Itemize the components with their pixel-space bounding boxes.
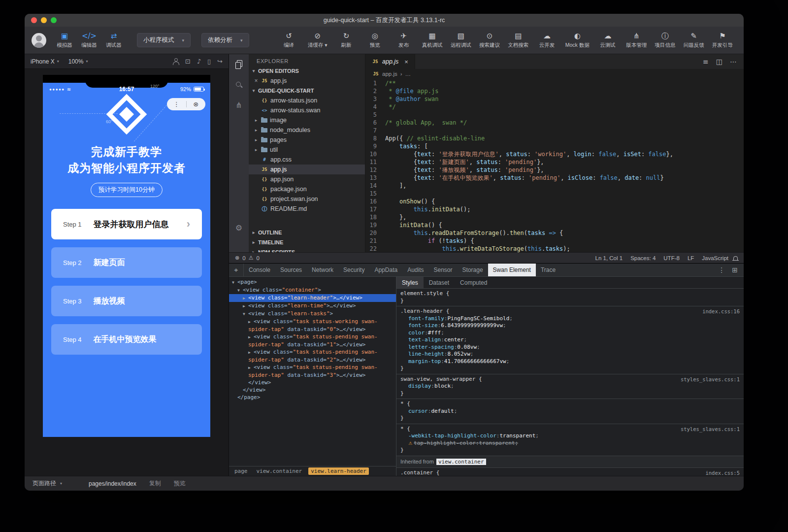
stylesheet-link[interactable]: index.css:16 <box>702 308 740 315</box>
devtools-tab-trace[interactable]: Trace <box>536 264 560 276</box>
css-property[interactable]: display:block; <box>400 383 740 390</box>
dom-node[interactable]: ▶<view class="task status-pending swan-s… <box>229 333 396 348</box>
close-icon[interactable]: × <box>254 77 259 84</box>
open-editors-header[interactable]: ▾ OPEN EDITORS <box>249 66 365 76</box>
device-select[interactable]: iPhone X <box>31 58 55 65</box>
expanded-arrow-icon[interactable]: ▼ <box>237 287 243 294</box>
dom-node[interactable]: ▼<view class="container"> <box>229 286 396 294</box>
cloud-test-button[interactable]: ☁云测试 <box>595 29 620 52</box>
explorer-item-app.json[interactable]: {}app.json <box>249 174 365 184</box>
status-item[interactable]: Spaces: 4 <box>630 255 656 261</box>
status-item[interactable]: UTF-8 <box>663 255 680 261</box>
style-rule[interactable]: .container {index.css:5display:flex;flex… <box>396 468 744 476</box>
css-property[interactable]: text-align:center; <box>400 336 740 344</box>
explorer-item-README.md[interactable]: ⓘREADME.md <box>249 204 365 214</box>
debugger-button[interactable]: ⇄调试器 <box>101 29 126 52</box>
tab-dataset[interactable]: Dataset <box>424 277 455 288</box>
explorer-section-npm-scripts[interactable]: ▸NPM SCRIPTS <box>249 247 365 252</box>
code-lines[interactable]: 1/**2 * @file app.js3 * @author swan4 */… <box>365 79 744 252</box>
dom-crumb[interactable]: page <box>232 467 250 475</box>
split-editor-icon[interactable]: ◫ <box>716 58 722 66</box>
css-property[interactable]: font-family:PingFangSC-Semibold; <box>400 315 740 323</box>
dev-guide-button[interactable]: ⚑开发引导 <box>710 29 735 52</box>
simulator-button[interactable]: ▣模拟器 <box>52 29 77 52</box>
dom-node[interactable]: ▶<view class="learn-time">…</view> <box>229 302 396 310</box>
explorer-item-app.js[interactable]: JSapp.js <box>249 165 365 174</box>
more-options-icon[interactable]: ⋮ <box>718 266 725 274</box>
publish-button[interactable]: ✈发布 <box>391 29 416 52</box>
collapsed-arrow-icon[interactable]: ▶ <box>248 364 254 371</box>
collapsed-arrow-icon[interactable]: ▶ <box>248 318 254 326</box>
step-card[interactable]: Step 3播放视频 <box>51 286 202 316</box>
css-property[interactable]: cursor:default; <box>400 408 740 415</box>
inspect-element-icon[interactable]: ⌖ <box>229 264 244 276</box>
warnings-icon[interactable]: ⚠ <box>249 255 254 261</box>
sound-icon[interactable]: ♪ <box>197 58 201 65</box>
explorer-item-arrow-status.swan[interactable]: <>arrow-status.swan <box>249 105 365 115</box>
dom-node[interactable]: </view> <box>229 386 396 394</box>
style-rule[interactable]: * {styles_slaves.css:1-webkit-tap-highli… <box>396 424 744 456</box>
dom-node[interactable]: </view> <box>229 379 396 386</box>
explorer-section-timeline[interactable]: ▸TIMELINE <box>249 237 365 247</box>
editor-tab-appjs[interactable]: JS app.js × <box>365 54 415 69</box>
refresh-button[interactable]: ↻刷新 <box>334 29 359 52</box>
feedback-button[interactable]: ✎问题反馈 <box>682 29 706 52</box>
clear-cache-button[interactable]: ⊘清缓存 ▾ <box>305 29 330 52</box>
collapsed-arrow-icon[interactable]: ▶ <box>248 333 254 341</box>
explorer-item-project.swan.json[interactable]: {}project.swan.json <box>249 194 365 204</box>
status-item[interactable]: Ln 1, Col 1 <box>595 255 623 261</box>
dom-crumb[interactable]: view.container <box>254 467 305 475</box>
search-view-icon[interactable] <box>235 81 243 89</box>
user-avatar[interactable] <box>32 33 46 48</box>
dom-node[interactable]: ▶<view class="task status-working swan-s… <box>229 318 396 333</box>
errors-icon[interactable]: ⊗ <box>235 255 239 261</box>
version-control-button[interactable]: ⋔版本管理 <box>624 29 649 52</box>
style-rule[interactable]: .learn-header {index.css:16font-family:P… <box>396 306 744 374</box>
step-card[interactable]: Step 1登录并获取用户信息› <box>51 209 202 239</box>
tab-computed[interactable]: Computed <box>455 277 492 288</box>
dom-crumb[interactable]: view.learn-header <box>308 467 369 475</box>
chevron-down-icon[interactable]: ▾ <box>60 481 62 486</box>
analysis-dropdown[interactable]: 依赖分析 ▾ <box>201 33 249 47</box>
dom-node[interactable]: </page> <box>229 394 396 401</box>
status-item[interactable]: LF <box>688 255 694 261</box>
devtools-tab-security[interactable]: Security <box>338 264 369 276</box>
explorer-item-arrow-status.json[interactable]: {}arrow-status.json <box>249 96 365 105</box>
devtools-tab-audits[interactable]: Audits <box>402 264 428 276</box>
stylesheet-link[interactable]: styles_slaves.css:1 <box>681 426 740 433</box>
devtools-tab-sensor[interactable]: Sensor <box>429 264 458 276</box>
dom-node[interactable]: ▼<view class="learn-tasks"> <box>229 310 396 318</box>
collapsed-arrow-icon[interactable]: ▶ <box>243 295 248 302</box>
dom-node[interactable]: ▼<page> <box>229 278 396 286</box>
project-root-header[interactable]: ▾ GUIDE-QUICK-START <box>249 86 365 96</box>
preview-button[interactable]: ◎预览 <box>362 29 387 52</box>
close-tab-icon[interactable]: × <box>404 58 408 66</box>
css-property[interactable]: margin-top:41.70666666666667vw; <box>400 358 740 366</box>
devtools-tab-console[interactable]: Console <box>244 264 275 276</box>
mode-dropdown[interactable]: 小程序模式 ▾ <box>137 33 191 47</box>
stylesheet-link[interactable]: styles_slaves.css:1 <box>681 376 740 383</box>
explorer-section-outline[interactable]: ▸OUTLINE <box>249 228 365 237</box>
capsule-close-button[interactable]: ⊗ <box>187 98 206 110</box>
copy-path-button[interactable]: 复制 <box>149 479 161 488</box>
css-property[interactable]: font-size:6.843999999999999vw; <box>400 322 740 330</box>
css-property[interactable]: line-height:8.052vw; <box>400 351 740 358</box>
gear-icon[interactable]: ⚙ <box>235 223 242 233</box>
capsule-more-button[interactable]: ⋮ <box>167 98 186 110</box>
dock-side-icon[interactable]: ⊞ <box>732 266 738 274</box>
remote-debug-button[interactable]: ▧远程调试 <box>449 29 473 52</box>
preview-path-button[interactable]: 预览 <box>174 479 186 488</box>
dom-node[interactable]: ▶<view class="task status-pending swan-s… <box>229 364 396 379</box>
expanded-arrow-icon[interactable]: ▼ <box>243 310 248 318</box>
css-property[interactable]: letter-spacing:0.08vw; <box>400 344 740 351</box>
explorer-item-node_modules[interactable]: ▸node_modules <box>249 125 365 135</box>
explorer-item-package.json[interactable]: {}package.json <box>249 184 365 194</box>
step-card[interactable]: Step 4在手机中预览效果 <box>51 324 202 355</box>
collapsed-arrow-icon[interactable]: ▶ <box>248 349 254 356</box>
style-rule[interactable]: element.style {} <box>396 289 744 306</box>
close-window-button[interactable] <box>31 17 37 23</box>
open-editor-item[interactable]: × JS app.js <box>249 76 365 86</box>
explorer-item-pages[interactable]: ▸pages <box>249 135 365 145</box>
tab-styles[interactable]: Styles <box>396 277 424 288</box>
dom-node[interactable]: ▶<view class="task status-pending swan-s… <box>229 348 396 364</box>
